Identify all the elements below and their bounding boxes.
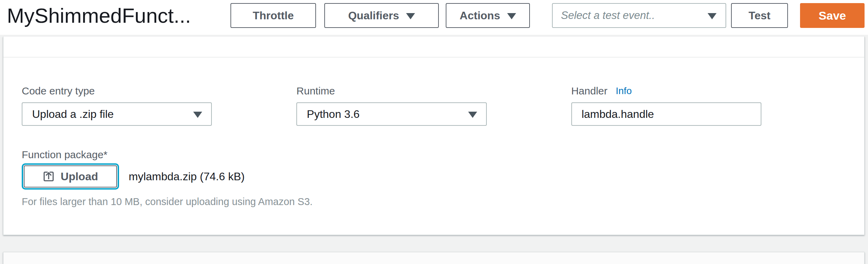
save-button[interactable]: Save: [800, 3, 865, 28]
field-runtime: Runtime Python 3.6: [296, 85, 486, 126]
handler-label: Handler Info: [571, 85, 761, 97]
code-entry-type-select[interactable]: Upload a .zip file: [22, 102, 212, 126]
throttle-button[interactable]: Throttle: [230, 3, 316, 28]
qualifiers-button-label: Qualifiers: [348, 9, 399, 22]
test-event-select[interactable]: Select a test event..: [552, 3, 726, 28]
upload-button-focus-ring: Upload: [22, 163, 119, 190]
code-config-fields-row: Code entry type Upload a .zip file Runti…: [22, 85, 846, 126]
header-actions: Throttle Qualifiers Actions Select a tes…: [230, 3, 865, 28]
save-button-label: Save: [819, 9, 846, 22]
handler-info-link[interactable]: Info: [616, 85, 632, 97]
handler-label-text: Handler: [571, 85, 608, 97]
function-code-card-header: Function code Info: [3, 37, 864, 58]
function-code-card: Function code Info Code entry type Uploa…: [3, 37, 865, 235]
field-handler: Handler Info: [571, 85, 761, 126]
runtime-label: Runtime: [296, 85, 486, 97]
function-package-label: Function package*: [22, 149, 846, 161]
function-code-card-body: Code entry type Upload a .zip file Runti…: [3, 58, 864, 207]
section-info-link[interactable]: Info: [139, 37, 157, 39]
function-header-bar: MyShimmedFunct... Throttle Qualifiers Ac…: [0, 0, 868, 35]
uploaded-file-info: mylambda.zip (74.6 kB): [129, 170, 245, 183]
section-heading-text: Function code: [22, 37, 126, 40]
code-entry-type-label: Code entry type: [22, 85, 212, 97]
qualifiers-button[interactable]: Qualifiers: [324, 3, 439, 28]
handler-input[interactable]: [571, 102, 761, 126]
upload-button-label: Upload: [61, 170, 98, 183]
function-package-block: Function package* Upload mylambda.zip (7…: [22, 149, 846, 207]
chevron-down-icon: [406, 13, 415, 19]
test-event-placeholder: Select a test event..: [561, 9, 655, 22]
upload-button[interactable]: Upload: [24, 165, 117, 187]
runtime-select[interactable]: Python 3.6: [296, 102, 486, 126]
chevron-down-icon: [193, 112, 202, 118]
field-code-entry-type: Code entry type Upload a .zip file: [22, 85, 212, 126]
test-button-label: Test: [749, 9, 770, 22]
chevron-down-icon: [468, 112, 477, 118]
next-section-card: [3, 252, 865, 264]
actions-button[interactable]: Actions: [446, 3, 530, 28]
chevron-down-icon: [708, 13, 717, 19]
function-title: MyShimmedFunct...: [7, 5, 191, 27]
code-entry-type-value: Upload a .zip file: [32, 108, 114, 121]
chevron-down-icon: [507, 13, 516, 19]
section-heading: Function code Info: [22, 37, 864, 42]
test-button[interactable]: Test: [731, 3, 788, 28]
upload-row: Upload mylambda.zip (74.6 kB): [22, 163, 846, 190]
upload-icon: [43, 171, 55, 182]
s3-helper-text: For files larger than 10 MB, consider up…: [22, 196, 846, 207]
actions-button-label: Actions: [460, 9, 500, 22]
runtime-value: Python 3.6: [307, 108, 359, 121]
throttle-button-label: Throttle: [253, 9, 294, 22]
